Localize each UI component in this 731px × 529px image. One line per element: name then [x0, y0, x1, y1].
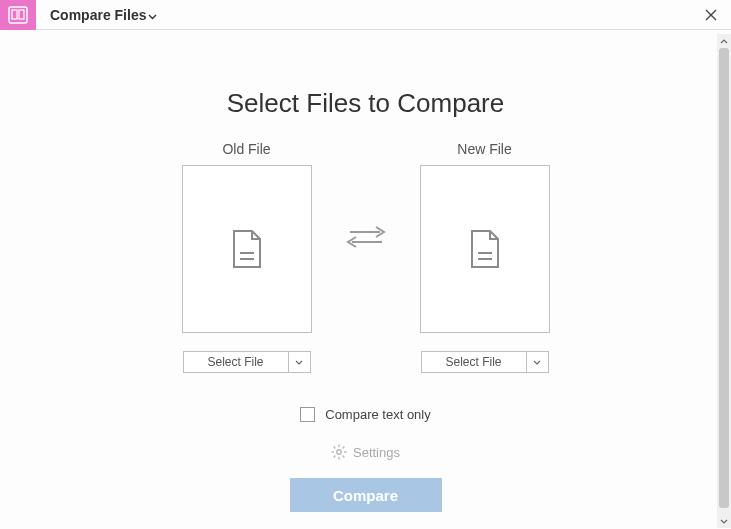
new-file-label: New File	[457, 141, 511, 157]
chevron-down-icon	[720, 519, 728, 524]
new-file-select-group: Select File	[421, 351, 549, 373]
chevron-up-icon	[720, 39, 728, 44]
app-icon	[0, 0, 36, 30]
svg-line-17	[334, 456, 336, 458]
old-select-file-dropdown[interactable]	[289, 351, 311, 373]
document-icon	[466, 227, 504, 271]
old-file-select-group: Select File	[183, 351, 311, 373]
svg-line-16	[343, 447, 345, 449]
scroll-up-button[interactable]	[717, 34, 731, 48]
compare-icon	[8, 6, 28, 24]
compare-text-only-checkbox[interactable]	[300, 407, 315, 422]
svg-rect-2	[19, 10, 24, 19]
svg-line-14	[334, 447, 336, 449]
caret-down-icon	[533, 360, 541, 365]
header-title: Compare Files	[50, 7, 146, 23]
close-icon	[704, 8, 718, 22]
settings-label: Settings	[353, 445, 400, 460]
caret-down-icon	[148, 6, 157, 24]
settings-button[interactable]: Settings	[331, 444, 400, 460]
swap-arrows-icon	[346, 224, 386, 250]
svg-point-9	[337, 450, 341, 454]
gear-icon	[331, 444, 347, 460]
header-bar: Compare Files	[0, 0, 731, 30]
old-file-panel: Old File Select File	[182, 141, 312, 373]
caret-down-icon	[295, 360, 303, 365]
swap-files-button[interactable]	[346, 224, 386, 250]
new-file-dropzone[interactable]	[420, 165, 550, 333]
old-select-file-button[interactable]: Select File	[183, 351, 289, 373]
compare-text-only-option[interactable]: Compare text only	[300, 407, 431, 422]
new-file-panel: New File Select File	[420, 141, 550, 373]
compare-text-only-label: Compare text only	[325, 407, 431, 422]
old-file-dropzone[interactable]	[182, 165, 312, 333]
vertical-scrollbar[interactable]	[717, 34, 731, 528]
header-title-dropdown[interactable]: Compare Files	[36, 6, 157, 24]
compare-button[interactable]: Compare	[290, 478, 442, 512]
page-title: Select Files to Compare	[227, 88, 504, 119]
svg-line-15	[343, 456, 345, 458]
scroll-down-button[interactable]	[717, 514, 731, 528]
close-button[interactable]	[691, 0, 731, 30]
main-content: Select Files to Compare Old File Select …	[0, 30, 731, 529]
old-file-label: Old File	[222, 141, 270, 157]
scroll-thumb[interactable]	[719, 48, 729, 508]
new-select-file-dropdown[interactable]	[527, 351, 549, 373]
new-select-file-button[interactable]: Select File	[421, 351, 527, 373]
svg-rect-1	[12, 10, 17, 19]
file-panels: Old File Select File	[182, 141, 550, 373]
document-icon	[228, 227, 266, 271]
